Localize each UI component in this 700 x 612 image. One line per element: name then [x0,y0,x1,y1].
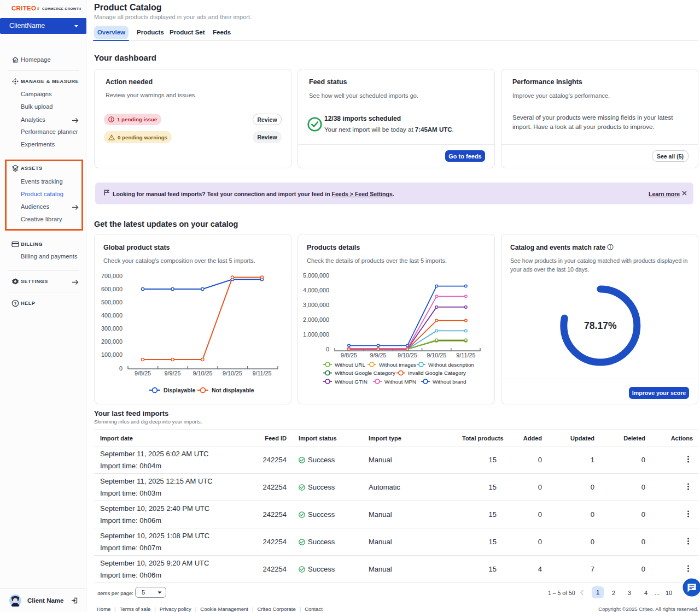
svg-text:500,000: 500,000 [101,299,122,305]
svg-text:Without description: Without description [428,362,474,368]
svg-text:Invalid Google Category: Invalid Google Category [408,370,466,376]
svg-text:0: 0 [119,365,122,372]
svg-text:4,000,000: 4,000,000 [303,287,329,293]
svg-text:3,000,000: 3,000,000 [303,302,329,308]
svg-text:78.17%: 78.17% [584,320,617,331]
svg-text:100,000: 100,000 [101,351,122,358]
svg-text:9/10/25: 9/10/25 [398,352,417,358]
svg-text:400,000: 400,000 [101,312,122,319]
svg-text:Without GTIN: Without GTIN [335,379,368,385]
svg-text:1,000,000: 1,000,000 [303,331,329,338]
svg-text:9/8/25: 9/8/25 [341,352,357,358]
svg-text:9/9/25: 9/9/25 [370,352,387,358]
svg-text:9/9/25: 9/9/25 [165,370,181,376]
svg-text:Without URL: Without URL [335,362,365,368]
svg-text:2,000,000: 2,000,000 [303,316,329,323]
svg-text:9/8/25: 9/8/25 [135,370,151,376]
svg-text:9/10/25: 9/10/25 [427,352,446,358]
svg-text:9/10/25: 9/10/25 [223,370,242,376]
svg-text:9/11/25: 9/11/25 [252,370,271,376]
svg-text:Without brand: Without brand [433,379,466,385]
svg-text:600,000: 600,000 [101,286,122,292]
svg-text:Without Google Category: Without Google Category [335,370,395,376]
svg-text:Not displayable: Not displayable [212,387,254,393]
svg-text:700,000: 700,000 [101,273,122,279]
svg-text:Displayable: Displayable [164,387,196,393]
svg-text:5,000,000: 5,000,000 [303,272,329,279]
svg-text:9/11/25: 9/11/25 [456,352,475,358]
svg-text:?: ? [14,301,17,306]
svg-text:200,000: 200,000 [101,338,122,345]
svg-text:300,000: 300,000 [101,325,122,332]
svg-text:Without MPN: Without MPN [384,379,416,385]
svg-text:Without images: Without images [379,362,416,368]
svg-text:9/10/25: 9/10/25 [192,370,212,376]
svg-text:0: 0 [326,346,329,352]
